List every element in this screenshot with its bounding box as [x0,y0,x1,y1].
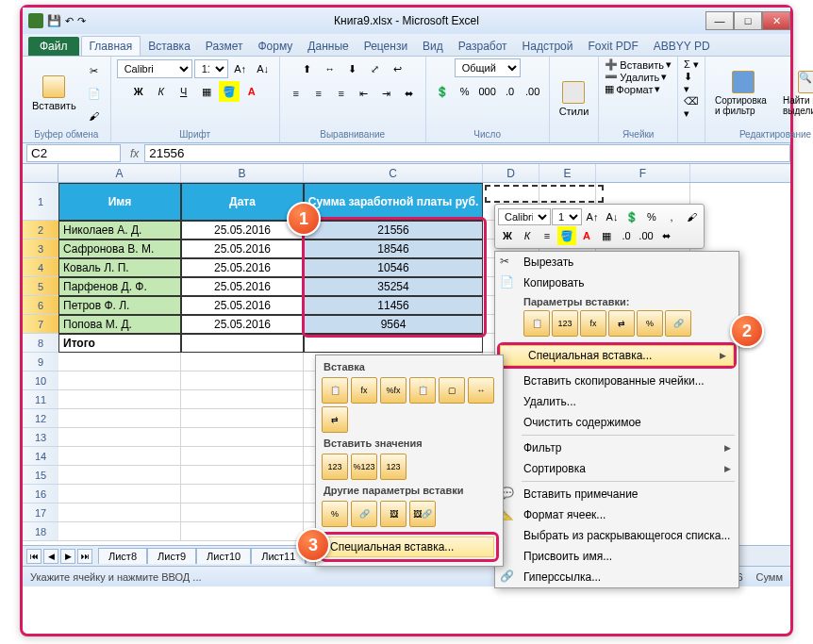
align-bottom-icon[interactable]: ⬇ [342,58,363,79]
cell-sum[interactable]: 35254 [304,277,483,296]
row-header-10[interactable]: 10 [23,372,58,390]
formula-bar[interactable] [144,144,790,162]
cell-date[interactable]: 25.05.2016 [181,315,304,334]
orientation-icon[interactable]: ⤢ [365,58,386,79]
delete-cells-button[interactable]: ➖ Удалить ▾ [605,71,667,83]
inc-decimal-icon[interactable]: .0 [500,81,521,102]
cell-name[interactable]: Сафронова В. М. [58,239,181,258]
wrap-text-icon[interactable]: ↩ [388,58,408,79]
sub-paste-fx-icon[interactable]: fx [351,377,377,404]
cell[interactable] [58,390,181,409]
mini-comma-icon[interactable]: , [662,207,681,226]
sub-paste-nobord-icon[interactable]: ▢ [439,377,465,404]
tab-abbyy[interactable]: ABBYY PD [646,37,718,56]
row-header-9[interactable]: 9 [23,353,58,372]
ctx-delete[interactable]: Удалить... [495,391,738,412]
cell-date[interactable]: 25.05.2016 [181,277,304,296]
ctx-format-cells[interactable]: 📐Формат ячеек... [495,504,738,525]
tab-home[interactable]: Главная [81,36,141,56]
cell[interactable] [58,504,181,522]
row-header-6[interactable]: 6 [23,296,58,315]
row-header-8[interactable]: 8 [23,334,58,353]
cell-name[interactable]: Коваль Л. П. [58,258,181,277]
mini-merge-icon[interactable]: ⬌ [656,226,675,245]
format-cells-button[interactable]: ▦ Формат ▾ [605,83,660,95]
sheet-next-icon[interactable]: ▶ [60,549,75,564]
sub-values-icon[interactable]: 123 [322,454,348,480]
ctx-name[interactable]: Присвоить имя... [495,546,738,567]
percent-icon[interactable]: % [455,81,475,102]
tab-addins[interactable]: Надстрой [515,37,581,56]
row-header-11[interactable]: 11 [23,390,58,409]
row-header-16[interactable]: 16 [23,485,58,504]
bold-icon[interactable]: Ж [128,81,149,102]
fill-icon[interactable]: ⬇ ▾ [684,71,699,95]
font-size-select[interactable]: 11 [194,59,228,78]
sub-paste-width-icon[interactable]: ↔ [468,377,494,404]
row-header-15[interactable]: 15 [23,466,58,485]
ctx-sort[interactable]: Сортировка▶ [495,458,738,479]
cell-date[interactable]: 25.05.2016 [181,221,304,239]
decrease-font-icon[interactable]: A↓ [253,58,274,79]
align-center-icon[interactable]: ≡ [308,83,329,104]
paste-link-icon[interactable]: 🔗 [665,310,691,337]
qat-save-icon[interactable]: 💾 [47,14,61,27]
clear-icon[interactable]: ⌫ ▾ [684,95,699,120]
find-select-button[interactable]: 🔍 Найти и выделить [779,69,813,118]
file-tab[interactable]: Файл [28,37,79,56]
sheet-tab[interactable]: Лист10 [196,548,251,564]
tab-developer[interactable]: Разработ [451,37,515,56]
ctx-clear[interactable]: Очистить содержимое [495,412,738,433]
row-header-13[interactable]: 13 [23,428,58,447]
col-header-a[interactable]: A [58,164,181,182]
ctx-cut[interactable]: ✂Вырезать [495,252,738,272]
paste-values-icon[interactable]: 123 [552,310,578,337]
cell[interactable] [181,353,304,372]
row-header-1[interactable]: 1 [23,183,58,221]
styles-button[interactable]: Стили [556,79,593,119]
cell[interactable] [58,466,181,485]
mini-bold-icon[interactable]: Ж [498,226,517,245]
tab-formulas[interactable]: Форму [250,37,300,56]
cell[interactable] [181,372,304,390]
row-header-2[interactable]: 2 [23,221,58,239]
ctx-paste-special[interactable]: Специальная вставка...▶ [500,345,734,366]
sheet-last-icon[interactable]: ⏭ [77,549,92,564]
paste-formulas-icon[interactable]: fx [580,310,606,337]
mini-percent-icon[interactable]: % [642,207,661,226]
align-right-icon[interactable]: ≡ [331,83,352,104]
row-header-17[interactable]: 17 [23,504,58,522]
cell-date[interactable]: 25.05.2016 [181,239,304,258]
comma-icon[interactable]: 000 [477,81,498,102]
mini-italic-icon[interactable]: К [518,226,537,245]
sort-filter-button[interactable]: Сортировка и фильтр [711,69,775,118]
mini-fill-icon[interactable]: 🪣 [557,226,576,245]
cell-name[interactable]: Николаев А. Д. [58,221,181,239]
mini-shrink-icon[interactable]: A↓ [603,207,622,226]
sub-link-icon[interactable]: 🔗 [351,501,377,527]
cell[interactable] [181,428,304,447]
cell[interactable] [181,447,304,466]
cell[interactable] [58,353,181,372]
dec-indent-icon[interactable]: ⇤ [354,83,374,104]
mini-align-icon[interactable]: ≡ [538,226,556,245]
cell-sum[interactable]: 9564 [304,315,483,334]
cell-name[interactable]: Петров Ф. Л. [58,296,181,315]
italic-icon[interactable]: К [151,81,172,102]
row-header-14[interactable]: 14 [23,447,58,466]
sub-paste-keep-icon[interactable]: 📋 [409,377,436,404]
col-header-e[interactable]: E [539,164,596,182]
insert-cells-button[interactable]: ➕ Вставить ▾ [605,58,672,71]
header-name[interactable]: Имя [58,183,181,221]
maximize-button[interactable]: □ [734,11,762,30]
cell[interactable] [58,485,181,504]
align-middle-icon[interactable]: ↔ [320,58,340,79]
autosum-icon[interactable]: Σ ▾ [684,58,699,71]
cut-icon[interactable]: ✂ [84,60,105,81]
mini-decinc-icon[interactable]: .0 [617,226,636,245]
tab-data[interactable]: Данные [300,37,356,56]
header-date[interactable]: Дата [181,183,304,221]
tab-foxit[interactable]: Foxit PDF [581,37,646,56]
cell-date[interactable]: 25.05.2016 [181,258,304,277]
cell[interactable] [58,428,181,447]
